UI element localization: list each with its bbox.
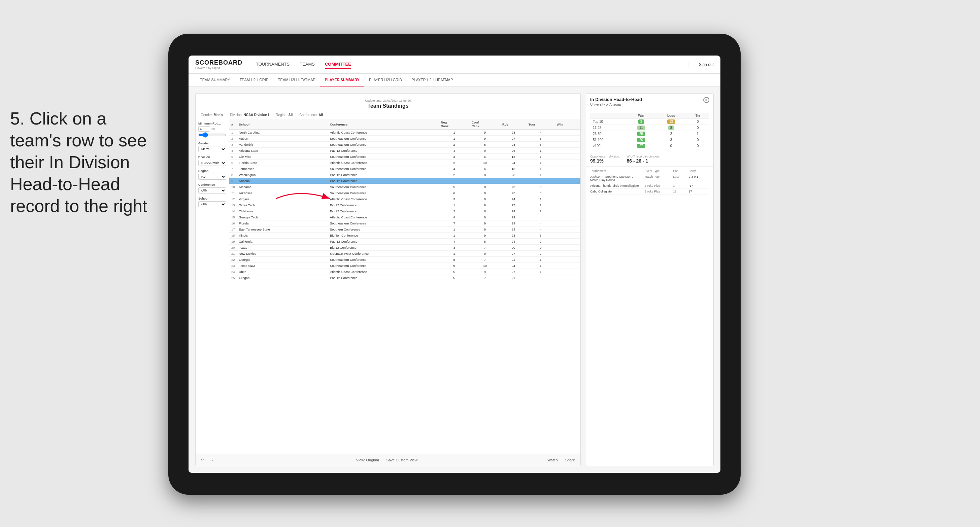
table-row[interactable]: 1 North Carolina Atlantic Coast Conferen… [229, 130, 581, 136]
standings-body: Minimum Rou... 20 Gender Men's [196, 119, 581, 454]
undo-button[interactable]: ↩ [199, 457, 206, 463]
h2h-col-win: Win [626, 113, 656, 119]
min-rounds-slider[interactable] [198, 132, 226, 138]
table-row[interactable]: 19 California Pac-12 Conference 4 8 24 2 [229, 239, 581, 244]
table-row[interactable]: 17 East Tennessee State Southern Confere… [229, 227, 581, 233]
table-row[interactable]: 6 Florida State Atlantic Coast Conferenc… [229, 160, 581, 166]
sign-out-button[interactable]: Sign out [699, 62, 714, 67]
standings-panel: Update time: 27/03/2024 16:56:26 Team St… [195, 93, 581, 466]
table-row[interactable]: 22 Georgia Southeastern Conference 8 7 2… [229, 257, 581, 263]
nav-tournaments[interactable]: TOURNAMENTS [256, 60, 290, 69]
tab-team-summary[interactable]: TEAM SUMMARY [195, 74, 235, 86]
region-filter-section: Region N/A [198, 169, 226, 180]
col-rank: # [229, 119, 237, 130]
conference-filter-label: Conference: All [299, 113, 323, 117]
table-row[interactable]: 4 Arizona State Pac-12 Conference 4 9 26… [229, 148, 581, 154]
conference-select[interactable]: (All) [198, 187, 226, 194]
min-rounds-filter: Minimum Rou... 20 [198, 122, 226, 138]
panel-header: Update time: 27/03/2024 16:56:26 Team St… [196, 94, 581, 111]
table-row[interactable]: 24 Duke Atlantic Coast Conference 5 9 27… [229, 269, 581, 275]
h2h-header: In Division Head-to-Head University of A… [586, 94, 713, 110]
tab-player-summary[interactable]: PLAYER SUMMARY [320, 74, 364, 86]
back-button[interactable]: ← [209, 457, 217, 463]
bottom-toolbar: ↩ ← → View: Original Save Custom View Wa… [196, 454, 581, 466]
col-conference: Conference [328, 119, 439, 130]
logo-area: SCOREBOARD Powered by clippd [195, 59, 242, 70]
division-filter-label: Division: NCAA Division I [230, 113, 269, 117]
col-win: Win [555, 119, 581, 130]
h2h-row-gt100[interactable]: >100 27 0 0 [590, 143, 710, 149]
table-row[interactable]: 3 Vanderbilt Southeastern Conference 2 8… [229, 142, 581, 148]
tournament-row-1[interactable]: Jackson T. Stephens Cup Men's Match-Play… [590, 174, 710, 183]
table-row[interactable]: 18 Illinois Big Ten Conference 1 9 23 3 [229, 233, 581, 239]
tab-player-h2h-grid[interactable]: PLAYER H2H GRID [364, 74, 407, 86]
table-row[interactable]: 12 Virginia Atlantic Coast Conference 3 … [229, 196, 581, 202]
nav-teams[interactable]: TEAMS [300, 60, 315, 69]
nav-committee[interactable]: COMMITTEE [325, 60, 351, 69]
table-row[interactable]: 14 Oklahoma Big 12 Conference 2 8 24 2 [229, 208, 581, 214]
school-select[interactable]: (All) [198, 201, 226, 207]
standings-table: # School Conference RegRank ConfRank Rds… [229, 119, 581, 281]
table-row[interactable]: 15 Georgia Tech Atlantic Coast Conferenc… [229, 214, 581, 221]
tournament-row-3[interactable]: Cabo Collegiate Stroke Play 11 17 [590, 189, 710, 195]
h2h-table-area: Win Loss Tie Top 10 3 13 0 [586, 110, 713, 152]
logo-title: SCOREBOARD [195, 59, 242, 66]
table-row[interactable]: 20 Texas Big 12 Conference 3 7 20 0 [229, 244, 581, 251]
tab-player-h2h-heatmap[interactable]: PLAYER H2H HEATMAP [407, 74, 458, 86]
h2h-tournaments: Tournament Event Type Pos Score Jackson … [586, 166, 713, 466]
h2h-row-top10[interactable]: Top 10 3 13 0 [590, 119, 710, 125]
tournament-header: Tournament Event Type Pos Score [590, 169, 710, 173]
min-rounds-input[interactable] [198, 126, 210, 132]
region-filter-label: Region: All [276, 113, 293, 117]
tablet-device: SCOREBOARD Powered by clippd TOURNAMENTS… [168, 34, 741, 495]
h2h-row-26-50[interactable]: 26-50 25 2 1 [590, 131, 710, 137]
opponents-stat: Opponents in division: 99.1% [590, 155, 620, 163]
h2h-stats: Opponents in division: 99.1% W-L-T recor… [586, 152, 713, 166]
table-row[interactable]: 16 Florida Southeastern Conference 7 9 2… [229, 221, 581, 227]
table-area: # School Conference RegRank ConfRank Rds… [229, 119, 581, 454]
h2h-col-tie: Tie [686, 113, 710, 119]
instruction-text: 5. Click on a team's row to see their In… [10, 108, 151, 217]
table-row[interactable]: 23 Texas A&M Southeastern Conference 9 1… [229, 263, 581, 269]
h2h-col-loss: Loss [656, 113, 686, 119]
view-original-button[interactable]: View: Original [354, 457, 381, 463]
tab-team-h2h-heatmap[interactable]: TEAM H2H HEATMAP [274, 74, 320, 86]
division-filter-section: Division NCAA Division I [198, 156, 226, 166]
h2h-panel: In Division Head-to-Head University of A… [586, 93, 714, 466]
tournament-row-2[interactable]: Arizona Thunderbirds Intercollegiate Str… [590, 183, 710, 189]
col-conf-rank: ConfRank [469, 119, 500, 130]
gender-filter-label: Gender: Men's [200, 113, 223, 117]
school-filter-section: School (All) [198, 197, 226, 207]
close-button[interactable]: × [703, 97, 710, 103]
update-time: Update time: 27/03/2024 16:56:26 [365, 99, 411, 102]
forward-button[interactable]: → [221, 457, 228, 463]
filter-sidebar: Minimum Rou... 20 Gender Men's [196, 119, 229, 454]
tablet-screen: SCOREBOARD Powered by clippd TOURNAMENTS… [189, 56, 721, 473]
division-select[interactable]: NCAA Division I [198, 160, 226, 166]
table-row[interactable]: 25 Oregon Pac-12 Conference 5 7 21 0 [229, 275, 581, 281]
share-button[interactable]: Share [563, 457, 577, 463]
table-row[interactable]: 9 Arizona Pac-12 Conference [229, 178, 581, 184]
table-row[interactable]: 21 New Mexico Mountain West Conference 1… [229, 251, 581, 257]
tab-team-h2h-grid[interactable]: TEAM H2H GRID [235, 74, 274, 86]
table-row[interactable]: 11 Arkansas Southeastern Conference 6 8 … [229, 190, 581, 196]
table-row[interactable]: 5 Ole Miss Southeastern Conference 3 6 1… [229, 154, 581, 160]
main-content: Update time: 27/03/2024 16:56:26 Team St… [189, 86, 721, 473]
table-row[interactable]: 13 Texas Tech Big 12 Conference 1 9 27 2 [229, 202, 581, 208]
col-rds: Rds [500, 119, 527, 130]
h2h-row-11-25[interactable]: 11-25 11 8 0 [590, 125, 710, 131]
region-select[interactable]: N/A [198, 174, 226, 180]
col-tour: Tour [527, 119, 555, 130]
h2h-row-51-100[interactable]: 51-100 20 3 0 [590, 137, 710, 143]
gender-select[interactable]: Men's [198, 146, 226, 152]
col-school: School [237, 119, 328, 130]
filters-row: Gender: Men's Division: NCAA Division I … [196, 111, 581, 119]
watch-button[interactable]: Watch [546, 457, 560, 463]
table-row[interactable]: 7 Tennessee Southeastern Conference 4 6 … [229, 166, 581, 172]
table-row[interactable]: 2 Auburn Southeastern Conference 1 9 27 … [229, 136, 581, 142]
gender-filter-section: Gender Men's [198, 142, 226, 152]
table-row[interactable]: 8 Washington Pac-12 Conference 2 8 23 1 [229, 172, 581, 178]
save-custom-view-button[interactable]: Save Custom View [384, 457, 420, 463]
h2h-subtitle: University of Arizona [590, 103, 642, 106]
table-row[interactable]: 10 Alabama Southeastern Conference 5 8 2… [229, 184, 581, 190]
